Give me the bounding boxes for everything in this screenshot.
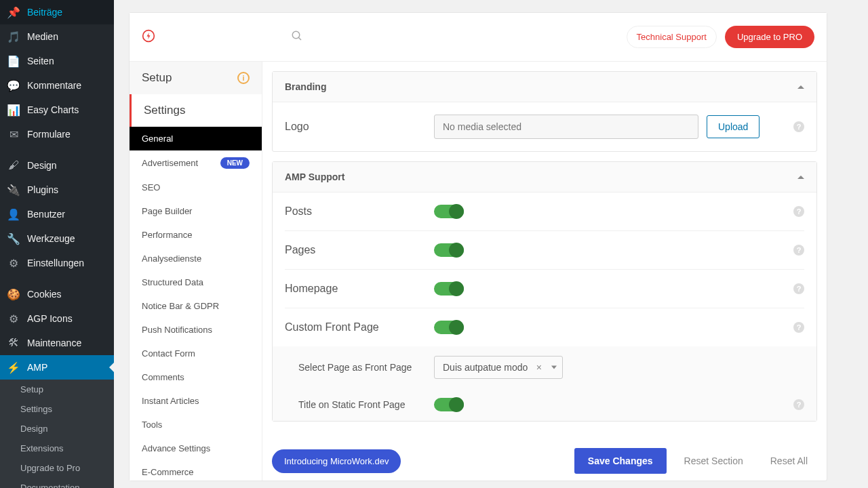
sidebar-item-design[interactable]: 🖌Design — [0, 153, 114, 178]
chart-icon: 📊 — [7, 103, 20, 117]
pin-icon: 📌 — [7, 5, 20, 19]
nav-push[interactable]: Push Notifications — [130, 318, 262, 342]
sidebar-item-cookies[interactable]: 🍪Cookies — [0, 282, 114, 306]
logo-label: Logo — [285, 121, 434, 133]
sidebar-item-plugins[interactable]: 🔌Plugins — [0, 178, 114, 202]
cookie-icon: 🍪 — [7, 287, 20, 301]
homepage-toggle[interactable] — [434, 282, 464, 296]
upload-button[interactable]: Upload — [707, 115, 760, 138]
chevron-down-icon — [551, 366, 557, 369]
save-changes-button[interactable]: Save Changes — [574, 448, 667, 474]
new-badge: NEW — [220, 157, 250, 169]
amp-support-header[interactable]: AMP Support — [273, 162, 816, 192]
amp-icon: ⚡ — [7, 361, 20, 374]
posts-row: Posts ? — [285, 192, 804, 231]
title-static-toggle[interactable] — [434, 398, 464, 411]
amp-sub-docs[interactable]: Documentation — [0, 478, 114, 488]
plugin-icon: 🔌 — [7, 183, 20, 197]
nav-notice-gdpr[interactable]: Notice Bar & GDPR — [130, 294, 262, 318]
settings-subsidebar: Setup i Settings General Advertisement N… — [130, 13, 262, 481]
nav-advance[interactable]: Advance Settings — [130, 436, 262, 460]
cfp-toggle[interactable] — [434, 321, 464, 334]
amp-sub-extensions[interactable]: Extensions — [0, 439, 114, 458]
footer-bar: Introducing MicroWork.dev Save Changes R… — [272, 448, 817, 474]
media-icon: 🎵 — [7, 30, 20, 43]
reset-section-button[interactable]: Reset Section — [675, 449, 753, 473]
front-page-select[interactable]: Duis autpatue modo × — [434, 356, 563, 379]
mail-icon: ✉ — [7, 127, 20, 141]
nav-structured-data[interactable]: Structured Data — [130, 270, 262, 294]
page-icon: 📄 — [7, 54, 20, 68]
select-front-page-row: Select Page as Front Page Duis autpatue … — [298, 346, 804, 388]
nav-pagebuilder[interactable]: Page Builder — [130, 199, 262, 223]
nav-general[interactable]: General — [130, 127, 262, 150]
nav-analytics[interactable]: Analysedienste — [130, 247, 262, 270]
user-icon: 👤 — [7, 207, 20, 221]
settings-panel: Technical Support Upgrade to PRO Setup i… — [129, 12, 827, 481]
nav-contact[interactable]: Contact Form — [130, 342, 262, 365]
wp-admin-sidebar: 📌Beiträge 🎵Medien 📄Seiten 💬Kommentare 📊E… — [0, 0, 114, 488]
maintenance-icon: 🛠 — [7, 336, 20, 350]
posts-toggle[interactable] — [434, 205, 464, 218]
sidebar-item-tools[interactable]: 🔧Werkzeuge — [0, 226, 114, 251]
info-icon: i — [237, 72, 250, 84]
brush-icon: 🖌 — [7, 159, 20, 172]
help-icon[interactable]: ? — [793, 283, 804, 294]
chevron-up-icon — [797, 85, 804, 89]
amp-sub-design[interactable]: Design — [0, 419, 114, 439]
subsection-settings[interactable]: Settings — [130, 94, 262, 127]
reset-all-button[interactable]: Reset All — [761, 449, 817, 473]
nav-comments[interactable]: Comments — [130, 365, 262, 389]
cfp-row: Custom Front Page ? — [285, 308, 804, 346]
main-area: Technical Support Upgrade to PRO Setup i… — [114, 0, 868, 488]
nav-tools[interactable]: Tools — [130, 413, 262, 436]
amp-sub-setup[interactable]: Setup — [0, 380, 114, 399]
settings-nav: General Advertisement NEW SEO Page Build… — [130, 127, 262, 481]
wrench-icon: 🔧 — [7, 232, 20, 245]
help-icon[interactable]: ? — [793, 322, 804, 333]
logo-row: Logo Upload ? — [285, 102, 804, 151]
help-icon[interactable]: ? — [793, 245, 804, 256]
select-clear-icon[interactable]: × — [536, 362, 542, 373]
comment-icon: 💬 — [7, 79, 20, 92]
cfp-nested: Select Page as Front Page Duis autpatue … — [273, 346, 816, 421]
bolt-icon — [142, 29, 155, 45]
content-area: Branding Logo Upload ? — [262, 13, 827, 481]
nav-instant[interactable]: Instant Articles — [130, 389, 262, 413]
pages-row: Pages ? — [285, 231, 804, 270]
sidebar-item-maintenance[interactable]: 🛠Maintenance — [0, 331, 114, 355]
sliders-icon: ⚙ — [7, 256, 20, 270]
nav-advertisement[interactable]: Advertisement NEW — [130, 150, 262, 176]
nav-performance[interactable]: Performance — [130, 223, 262, 247]
gear-icon: ⚙ — [7, 312, 20, 325]
sidebar-item-pages[interactable]: 📄Seiten — [0, 49, 114, 73]
nav-seo[interactable]: SEO — [130, 176, 262, 199]
amp-support-card: AMP Support Posts ? Pages ? — [272, 161, 817, 422]
help-icon[interactable]: ? — [793, 121, 804, 132]
help-icon[interactable]: ? — [793, 399, 804, 410]
help-icon[interactable]: ? — [793, 206, 804, 217]
homepage-row: Homepage ? — [285, 270, 804, 308]
sidebar-item-agp-icons[interactable]: ⚙AGP Icons — [0, 306, 114, 331]
sidebar-item-easycharts[interactable]: 📊Easy Charts — [0, 98, 114, 122]
sidebar-item-settings[interactable]: ⚙Einstellungen — [0, 251, 114, 275]
branding-card: Branding Logo Upload ? — [272, 71, 817, 152]
sidebar-item-posts[interactable]: 📌Beiträge — [0, 0, 114, 24]
sidebar-item-forms[interactable]: ✉Formulare — [0, 122, 114, 146]
sidebar-item-comments[interactable]: 💬Kommentare — [0, 73, 114, 98]
sidebar-item-users[interactable]: 👤Benutzer — [0, 202, 114, 226]
amp-submenu: Setup Settings Design Extensions Upgrade… — [0, 380, 114, 488]
subsection-setup[interactable]: Setup i — [130, 62, 262, 94]
nav-ecommerce[interactable]: E-Commerce — [130, 460, 262, 481]
amp-sub-settings[interactable]: Settings — [0, 399, 114, 419]
sidebar-item-amp[interactable]: ⚡AMP — [0, 355, 114, 380]
intro-pill-button[interactable]: Introducing MicroWork.dev — [272, 449, 401, 473]
title-static-row: Title on Static Front Page ? — [298, 388, 804, 421]
amp-sub-upgrade[interactable]: Upgrade to Pro — [0, 458, 114, 478]
logo-media-input[interactable] — [434, 115, 698, 139]
branding-header[interactable]: Branding — [273, 72, 816, 102]
pages-toggle[interactable] — [434, 243, 464, 257]
sidebar-item-media[interactable]: 🎵Medien — [0, 24, 114, 49]
chevron-up-icon — [797, 176, 804, 179]
